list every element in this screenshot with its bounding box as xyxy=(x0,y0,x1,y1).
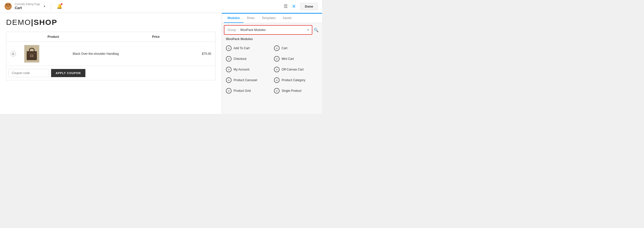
module-label: Off-Canvas Cart xyxy=(282,68,303,71)
top-bar-left: Currently Editing Page Cart ▾ 🔔 xyxy=(4,2,284,10)
svg-rect-10 xyxy=(27,53,36,54)
add-icon: + xyxy=(274,45,280,51)
svg-point-6 xyxy=(7,6,8,7)
bell-icon[interactable]: 🔔 xyxy=(57,4,62,9)
canvas-area: DEMO|SHOP Product Price ⊗ xyxy=(0,13,222,114)
apply-coupon-button[interactable]: APPLY COUPON xyxy=(51,69,85,77)
add-icon: + xyxy=(274,77,280,83)
add-icon: + xyxy=(274,56,280,62)
group-dropdown-container: Group WooPack Modules ▾ xyxy=(224,25,312,35)
page-chevron-icon[interactable]: ▾ xyxy=(44,5,45,8)
module-item-add-to-cart[interactable]: + Add To Cart xyxy=(224,43,272,54)
module-item-off-canvas-cart[interactable]: + Off-Canvas Cart xyxy=(272,64,320,75)
shop-logo: DEMO|SHOP xyxy=(6,18,216,27)
divider xyxy=(51,3,51,10)
module-label: Single Product xyxy=(282,89,301,93)
product-thumbnail xyxy=(24,45,39,63)
remove-button[interactable]: ⊗ xyxy=(10,51,16,57)
notification-badge xyxy=(61,3,63,5)
coupon-row: APPLY COUPON xyxy=(6,66,216,80)
add-icon: + xyxy=(274,88,280,94)
add-icon: + xyxy=(226,67,232,72)
panel: Modules Rows Templates Saved Group WooPa… xyxy=(222,13,322,114)
editing-label: Currently Editing Page xyxy=(15,3,40,6)
editing-info: Currently Editing Page Cart xyxy=(15,3,40,10)
tab-modules[interactable]: Modules xyxy=(224,14,243,23)
add-icon: + xyxy=(226,56,232,62)
logo-icon xyxy=(4,2,12,10)
main-area: DEMO|SHOP Product Price ⊗ xyxy=(0,13,322,114)
group-select[interactable]: WooPack Modules xyxy=(240,28,305,32)
svg-point-4 xyxy=(9,4,10,5)
group-label: Group xyxy=(227,28,238,32)
module-label: Checkout xyxy=(234,57,247,61)
list-icon[interactable]: ☰ xyxy=(284,4,288,9)
close-icon[interactable]: ✕ xyxy=(292,3,296,9)
coupon-input[interactable] xyxy=(8,69,49,77)
col-image xyxy=(20,32,43,42)
cart-table: Product Price ⊗ xyxy=(6,32,216,66)
panel-tabs: Modules Rows Templates Saved xyxy=(222,14,322,23)
svg-rect-12 xyxy=(31,55,33,56)
add-icon: + xyxy=(226,45,232,51)
product-image-cell xyxy=(20,42,43,66)
editing-page: Cart xyxy=(15,6,40,10)
table-row: ⊗ B xyxy=(6,42,216,66)
add-icon: + xyxy=(226,88,232,94)
product-price-cell: $75.00 xyxy=(148,42,216,66)
shop-separator: | xyxy=(31,18,34,26)
svg-point-3 xyxy=(6,4,7,5)
shop-name-thin: DEMO xyxy=(6,18,31,26)
module-label: Cart xyxy=(282,46,287,50)
module-item-product-category[interactable]: + Product Category xyxy=(272,75,320,85)
module-item-checkout[interactable]: + Checkout xyxy=(224,54,272,64)
module-item-mini-cart[interactable]: + Mini Cart xyxy=(272,54,320,64)
col-price: Price xyxy=(148,32,216,42)
shop-name-bold: SHOP xyxy=(34,18,57,26)
module-item-cart[interactable]: + Cart xyxy=(272,43,320,54)
module-label: My Account xyxy=(234,68,249,71)
top-bar-right: ☰ ✕ Done xyxy=(284,3,318,10)
svg-point-7 xyxy=(8,6,9,7)
section-label: WooPack Modules xyxy=(222,36,322,42)
add-icon: + xyxy=(226,77,232,83)
done-button[interactable]: Done xyxy=(300,3,318,10)
top-bar: Currently Editing Page Cart ▾ 🔔 ☰ ✕ Done xyxy=(0,0,322,13)
module-item-product-grid[interactable]: + Product Grid xyxy=(224,85,272,96)
col-product: Product xyxy=(43,32,148,42)
modules-grid: + Add To Cart + Cart + Checkout + Mini C… xyxy=(222,42,322,97)
tab-templates[interactable]: Templates xyxy=(258,14,279,23)
module-item-my-account[interactable]: + My Account xyxy=(224,64,272,75)
module-label: Add To Cart xyxy=(234,46,250,50)
search-icon[interactable]: 🔍 xyxy=(312,26,320,34)
module-label: Product Category xyxy=(282,78,305,82)
module-item-single-product[interactable]: + Single Product xyxy=(272,85,320,96)
tab-rows[interactable]: Rows xyxy=(243,14,258,23)
dropdown-arrow-icon: ▾ xyxy=(307,28,309,32)
add-icon: + xyxy=(274,67,280,72)
tab-saved[interactable]: Saved xyxy=(279,14,295,23)
handbag-svg xyxy=(25,46,38,61)
remove-cell: ⊗ xyxy=(6,42,20,66)
col-remove xyxy=(6,32,20,42)
module-item-product-carousel[interactable]: + Product Carousel xyxy=(224,75,272,85)
module-label: Mini Cart xyxy=(282,57,294,61)
module-label: Product Carousel xyxy=(234,78,257,82)
product-name-cell: Black Over-the-shoulder Handbag xyxy=(43,42,148,66)
module-label: Product Grid xyxy=(234,89,251,93)
